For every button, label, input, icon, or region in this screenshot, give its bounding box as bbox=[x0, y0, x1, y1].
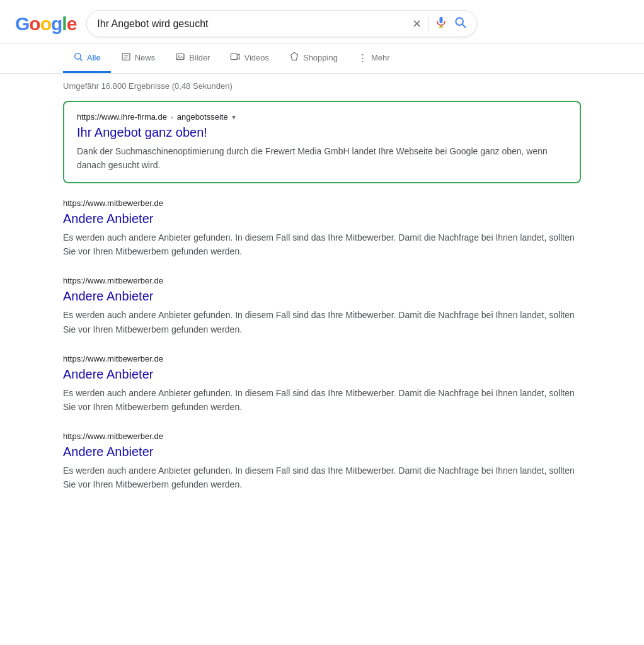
bilder-icon bbox=[175, 52, 185, 64]
tab-videos[interactable]: Videos bbox=[220, 44, 279, 73]
result-item-0: https://www.mitbewerber.de Andere Anbiet… bbox=[63, 198, 581, 258]
search-submit-icon[interactable] bbox=[454, 16, 466, 31]
featured-url-path: angebotsseite bbox=[177, 112, 228, 122]
tab-bilder-label: Bilder bbox=[189, 53, 210, 62]
result-url-3: https://www.mitbewerber.de bbox=[63, 431, 581, 441]
search-bar[interactable]: Ihr Angebot wird gesucht ✕ bbox=[86, 10, 477, 37]
result-url-text-0: https://www.mitbewerber.de bbox=[63, 198, 163, 208]
featured-url-text: https://www.ihre-firma.de bbox=[77, 112, 167, 122]
svg-rect-0 bbox=[440, 17, 443, 23]
tab-news[interactable]: News bbox=[111, 44, 166, 73]
tab-shopping[interactable]: Shopping bbox=[279, 44, 348, 73]
logo-e: e bbox=[67, 13, 77, 35]
nav-tabs: Alle News Bilder bbox=[0, 44, 644, 74]
videos-icon bbox=[230, 52, 240, 64]
svg-line-6 bbox=[80, 59, 82, 60]
result-url-text-1: https://www.mitbewerber.de bbox=[63, 276, 163, 285]
header: Google Ihr Angebot wird gesucht ✕ bbox=[0, 0, 644, 44]
logo-o1: o bbox=[29, 13, 40, 35]
featured-url-dropdown-icon[interactable]: ▾ bbox=[232, 113, 236, 122]
result-url-text-2: https://www.mitbewerber.de bbox=[63, 354, 163, 363]
tab-bilder[interactable]: Bilder bbox=[165, 44, 220, 73]
tab-alle-label: Alle bbox=[87, 53, 101, 62]
featured-url: https://www.ihre-firma.de › angebotsseit… bbox=[77, 112, 567, 122]
result-item-3: https://www.mitbewerber.de Andere Anbiet… bbox=[63, 431, 581, 491]
news-icon bbox=[121, 52, 131, 64]
tab-mehr[interactable]: ⋮ Mehr bbox=[348, 45, 400, 73]
tab-videos-label: Videos bbox=[244, 53, 269, 62]
search-bar-icons: ✕ bbox=[412, 16, 466, 31]
tab-news-label: News bbox=[135, 53, 156, 62]
result-title-1[interactable]: Andere Anbieter bbox=[63, 288, 581, 304]
result-title-3[interactable]: Andere Anbieter bbox=[63, 443, 581, 460]
svg-point-12 bbox=[178, 55, 180, 57]
tab-mehr-label: Mehr bbox=[371, 53, 390, 62]
google-logo: Google bbox=[15, 13, 76, 35]
result-desc-0: Es werden auch andere Anbieter gefunden.… bbox=[63, 231, 581, 258]
result-item-2: https://www.mitbewerber.de Andere Anbiet… bbox=[63, 354, 581, 414]
results-count: Umgefähr 16.800 Ergebnisse (0,48 Sekunde… bbox=[0, 74, 644, 96]
result-item-1: https://www.mitbewerber.de Andere Anbiet… bbox=[63, 276, 581, 336]
alle-icon bbox=[73, 52, 83, 64]
logo-o2: o bbox=[40, 13, 51, 35]
shopping-icon bbox=[289, 52, 299, 64]
result-desc-1: Es werden auch andere Anbieter gefunden.… bbox=[63, 308, 581, 336]
tab-alle[interactable]: Alle bbox=[63, 44, 111, 73]
microphone-icon[interactable] bbox=[435, 16, 447, 31]
results-container: https://www.ihre-firma.de › angebotsseit… bbox=[0, 96, 644, 514]
result-title-2[interactable]: Andere Anbieter bbox=[63, 366, 581, 382]
icon-divider bbox=[428, 16, 428, 31]
result-desc-3: Es werden auch andere Anbieter gefunden.… bbox=[63, 464, 581, 491]
logo-g2: g bbox=[51, 13, 62, 35]
result-url-0: https://www.mitbewerber.de bbox=[63, 198, 581, 208]
featured-result: https://www.ihre-firma.de › angebotsseit… bbox=[63, 101, 581, 183]
logo-g1: G bbox=[15, 13, 29, 35]
result-desc-2: Es werden auch andere Anbieter gefunden.… bbox=[63, 386, 581, 414]
search-input[interactable]: Ihr Angebot wird gesucht bbox=[97, 18, 407, 30]
result-url-text-3: https://www.mitbewerber.de bbox=[63, 431, 163, 441]
clear-icon[interactable]: ✕ bbox=[412, 17, 422, 31]
logo-l: l bbox=[62, 13, 66, 35]
tab-shopping-label: Shopping bbox=[303, 53, 338, 62]
result-title-0[interactable]: Andere Anbieter bbox=[63, 210, 581, 227]
svg-rect-13 bbox=[231, 54, 238, 59]
featured-url-separator: › bbox=[171, 113, 173, 121]
result-url-2: https://www.mitbewerber.de bbox=[63, 354, 581, 363]
mehr-icon: ⋮ bbox=[358, 52, 367, 64]
featured-title[interactable]: Ihr Angebot ganz oben! bbox=[77, 124, 567, 140]
featured-description: Dank der Suchmaschinenoptimierung durch … bbox=[77, 144, 567, 172]
svg-line-4 bbox=[463, 25, 466, 28]
result-url-1: https://www.mitbewerber.de bbox=[63, 276, 581, 285]
results-list: https://www.mitbewerber.de Andere Anbiet… bbox=[63, 198, 581, 491]
